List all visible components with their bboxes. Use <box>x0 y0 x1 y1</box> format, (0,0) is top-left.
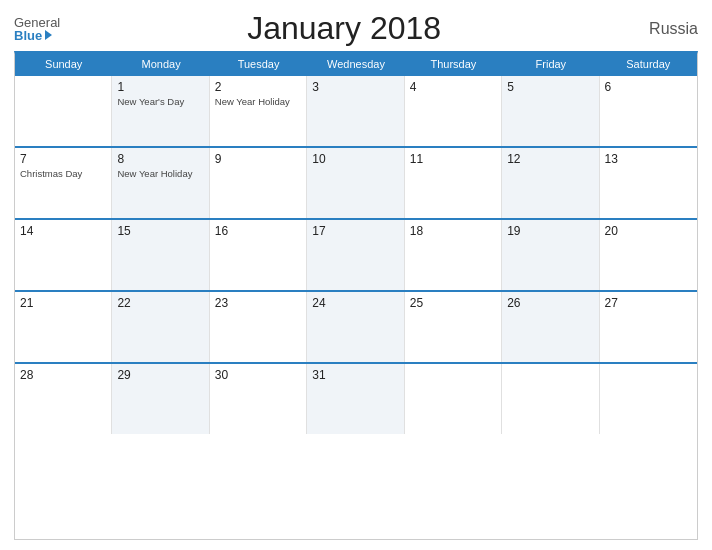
calendar: SundayMondayTuesdayWednesdayThursdayFrid… <box>14 51 698 540</box>
cal-cell: 24 <box>307 292 404 362</box>
day-number: 10 <box>312 152 398 166</box>
cal-cell: 3 <box>307 76 404 146</box>
cal-cell: 23 <box>210 292 307 362</box>
calendar-header: SundayMondayTuesdayWednesdayThursdayFrid… <box>15 54 697 74</box>
day-number: 1 <box>117 80 203 94</box>
cal-cell: 4 <box>405 76 502 146</box>
week-row-3: 21222324252627 <box>15 290 697 362</box>
cal-cell: 26 <box>502 292 599 362</box>
cal-cell: 6 <box>600 76 697 146</box>
weekday-header-tuesday: Tuesday <box>210 54 307 74</box>
day-number: 24 <box>312 296 398 310</box>
day-number: 23 <box>215 296 301 310</box>
day-number: 16 <box>215 224 301 238</box>
day-number: 21 <box>20 296 106 310</box>
day-number: 31 <box>312 368 398 382</box>
month-title: January 2018 <box>60 10 628 47</box>
cal-cell: 25 <box>405 292 502 362</box>
cal-cell: 20 <box>600 220 697 290</box>
cal-cell <box>600 364 697 434</box>
day-number: 22 <box>117 296 203 310</box>
cal-cell: 7Christmas Day <box>15 148 112 218</box>
cal-cell: 14 <box>15 220 112 290</box>
day-number: 4 <box>410 80 496 94</box>
cal-cell: 9 <box>210 148 307 218</box>
day-number: 9 <box>215 152 301 166</box>
day-number: 14 <box>20 224 106 238</box>
cal-cell: 13 <box>600 148 697 218</box>
day-number: 15 <box>117 224 203 238</box>
weekday-header-saturday: Saturday <box>600 54 697 74</box>
day-number: 25 <box>410 296 496 310</box>
day-number: 11 <box>410 152 496 166</box>
header: General Blue January 2018 Russia <box>14 10 698 47</box>
logo-general-text: General <box>14 16 60 29</box>
cal-cell: 17 <box>307 220 404 290</box>
cal-cell: 30 <box>210 364 307 434</box>
cal-cell: 31 <box>307 364 404 434</box>
weekday-header-friday: Friday <box>502 54 599 74</box>
day-number: 28 <box>20 368 106 382</box>
logo-blue-text: Blue <box>14 29 60 42</box>
cal-cell <box>405 364 502 434</box>
week-row-4: 28293031 <box>15 362 697 434</box>
day-number: 20 <box>605 224 692 238</box>
cal-cell: 22 <box>112 292 209 362</box>
holiday-label: New Year's Day <box>117 96 203 108</box>
week-row-1: 7Christmas Day8New Year Holiday910111213 <box>15 146 697 218</box>
day-number: 29 <box>117 368 203 382</box>
holiday-label: New Year Holiday <box>117 168 203 180</box>
day-number: 2 <box>215 80 301 94</box>
day-number: 30 <box>215 368 301 382</box>
cal-cell <box>502 364 599 434</box>
logo: General Blue <box>14 16 60 42</box>
page: General Blue January 2018 Russia SundayM… <box>0 0 712 550</box>
cal-cell: 19 <box>502 220 599 290</box>
day-number: 7 <box>20 152 106 166</box>
week-row-2: 14151617181920 <box>15 218 697 290</box>
week-row-0: 1New Year's Day2New Year Holiday3456 <box>15 74 697 146</box>
day-number: 17 <box>312 224 398 238</box>
weekday-header-monday: Monday <box>112 54 209 74</box>
holiday-label: Christmas Day <box>20 168 106 180</box>
day-number: 6 <box>605 80 692 94</box>
day-number: 27 <box>605 296 692 310</box>
day-number: 3 <box>312 80 398 94</box>
calendar-body: 1New Year's Day2New Year Holiday34567Chr… <box>15 74 697 434</box>
cal-cell: 28 <box>15 364 112 434</box>
cal-cell: 18 <box>405 220 502 290</box>
logo-triangle-icon <box>45 30 52 40</box>
cal-cell: 2New Year Holiday <box>210 76 307 146</box>
day-number: 19 <box>507 224 593 238</box>
cal-cell: 8New Year Holiday <box>112 148 209 218</box>
cal-cell: 5 <box>502 76 599 146</box>
cal-cell: 29 <box>112 364 209 434</box>
cal-cell: 16 <box>210 220 307 290</box>
weekday-header-sunday: Sunday <box>15 54 112 74</box>
cal-cell: 12 <box>502 148 599 218</box>
day-number: 13 <box>605 152 692 166</box>
weekday-header-thursday: Thursday <box>405 54 502 74</box>
day-number: 18 <box>410 224 496 238</box>
weekday-header-wednesday: Wednesday <box>307 54 404 74</box>
cal-cell: 1New Year's Day <box>112 76 209 146</box>
day-number: 26 <box>507 296 593 310</box>
cal-cell: 27 <box>600 292 697 362</box>
holiday-label: New Year Holiday <box>215 96 301 108</box>
day-number: 12 <box>507 152 593 166</box>
cal-cell <box>15 76 112 146</box>
cal-cell: 10 <box>307 148 404 218</box>
cal-cell: 15 <box>112 220 209 290</box>
day-number: 5 <box>507 80 593 94</box>
day-number: 8 <box>117 152 203 166</box>
country-label: Russia <box>628 20 698 38</box>
cal-cell: 11 <box>405 148 502 218</box>
cal-cell: 21 <box>15 292 112 362</box>
